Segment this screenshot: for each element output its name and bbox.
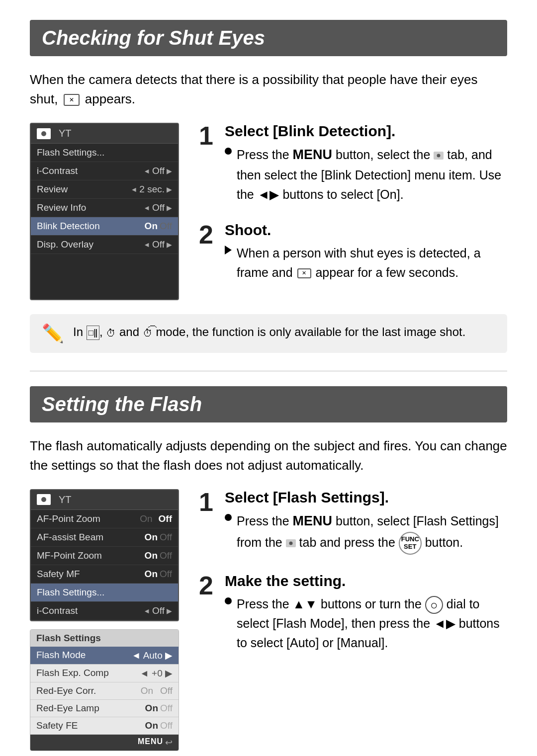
menu2-af-point: AF-Point Zoom On Off: [31, 510, 178, 528]
back-icon: ↩: [165, 737, 173, 748]
menu-row-icontrast: i-Contrast ◄ Off ▶: [31, 162, 178, 180]
section2-step2-heading: Make the setting.: [225, 573, 507, 589]
section1-header: Checking for Shut Eyes: [30, 20, 507, 56]
menu2-safety-mf: Safety MF On Off: [31, 565, 178, 584]
flash-submenu-header: Flash Settings: [30, 630, 179, 647]
step1-heading: Select [Blink Detection].: [225, 123, 507, 140]
camera-inline-icon: [434, 152, 444, 160]
section2-step1: 1 Select [Flash Settings]. Press the MEN…: [199, 489, 507, 559]
menu-label: MENU: [138, 737, 163, 748]
blink-inline-icon: ✕: [297, 268, 311, 278]
section2-step-layout: YT AF-Point Zoom On Off AF-assist Beam O…: [30, 489, 507, 751]
menu-row-review-info: Review Info ◄ Off ▶: [31, 199, 178, 217]
continuous-shoot-icon: □ǁ: [87, 326, 99, 340]
menu2-flash-settings: Flash Settings...: [31, 584, 178, 602]
flash-settings-subscreen: Flash Settings Flash Mode ◄ Auto ▶ Flash…: [30, 629, 179, 751]
section2-header: Setting the Flash: [30, 386, 507, 422]
section-divider: [30, 371, 507, 371]
menu2-mf-point: MF-Point Zoom On Off: [31, 547, 178, 565]
note-text: In □ǁ, ⏱ and ⏱͡ mode, the function is on…: [73, 323, 465, 341]
section1-step-layout: YT Flash Settings... i-Contrast ◄ Off ▶ …: [30, 123, 507, 300]
blink-detect-icon: ✕: [64, 94, 80, 106]
camera-inline2-icon: [286, 539, 296, 547]
section2-title: Setting the Flash: [42, 393, 495, 416]
menu2-af-assist: AF-assist Beam On Off: [31, 528, 178, 547]
section1-intro: When the camera detects that there is a …: [30, 70, 507, 109]
flash-row-safety-fe: Safety FE On Off: [30, 717, 179, 735]
func-set-button-icon: FUNCSET: [399, 532, 422, 555]
step1: 1 Select [Blink Detection]. Press the ME…: [199, 123, 507, 208]
bullet3-icon: [225, 597, 232, 604]
section2-camera-screen1: YT AF-Point Zoom On Off AF-assist Beam O…: [30, 489, 179, 621]
camera2-header: YT: [31, 490, 178, 510]
section2-step2: 2 Make the setting. Press the ▲▼ buttons…: [199, 573, 507, 657]
section1-camera-screen: YT Flash Settings... i-Contrast ◄ Off ▶ …: [30, 123, 179, 300]
step2-bullet1: When a person with shut eyes is detected…: [225, 244, 507, 282]
self-timer2-icon: ⏱͡: [143, 328, 153, 338]
section2-step1-heading: Select [Flash Settings].: [225, 489, 507, 506]
bullet-icon: [225, 148, 232, 155]
camera-header: YT: [31, 124, 178, 144]
flash-row-mode: Flash Mode ◄ Auto ▶: [30, 647, 179, 665]
menu-row-flash-settings: Flash Settings...: [31, 144, 178, 162]
note-pencil-icon: ✏️: [42, 323, 64, 344]
flash-row-red-eye-corr: Red-Eye Corr. On Off: [30, 682, 179, 700]
menu-row-blink-detection: Blink Detection On Off: [31, 217, 178, 236]
step2: 2 Shoot. When a person with shut eyes is…: [199, 222, 507, 286]
dial-icon: ○: [425, 596, 443, 614]
flash-row-red-eye-lamp: Red-Eye Lamp On Off: [30, 700, 179, 717]
step1-bullet1: Press the MENU button, select the tab, a…: [225, 145, 507, 204]
triangle-bullet-icon: [225, 246, 232, 254]
section2-camera-screens: YT AF-Point Zoom On Off AF-assist Beam O…: [30, 489, 179, 751]
camera2-tab-icon: [37, 494, 51, 505]
step2-heading: Shoot.: [225, 222, 507, 239]
section1-steps: 1 Select [Blink Detection]. Press the ME…: [199, 123, 507, 300]
section1-title: Checking for Shut Eyes: [42, 27, 495, 49]
bullet2-icon: [225, 514, 232, 521]
note-box: ✏️ In □ǁ, ⏱ and ⏱͡ mode, the function is…: [30, 314, 507, 353]
menu-bar: MENU ↩: [30, 735, 179, 751]
self-timer-icon: ⏱: [106, 328, 116, 338]
settings2-tab-icon: YT: [59, 494, 72, 505]
menu-row-review: Review ◄ 2 sec. ▶: [31, 180, 178, 199]
settings-tab-icon: YT: [59, 128, 72, 139]
menu-row-disp-overlay: Disp. Overlay ◄ Off ▶: [31, 236, 178, 254]
section2-steps: 1 Select [Flash Settings]. Press the MEN…: [199, 489, 507, 751]
section2-intro: The flash automatically adjusts dependin…: [30, 436, 507, 475]
section2-step1-bullet: Press the MENU button, select [Flash Set…: [225, 511, 507, 555]
camera-tab-icon: [37, 128, 51, 139]
section2-step2-bullet: Press the ▲▼ buttons or turn the ○ dial …: [225, 594, 507, 653]
menu2-icontrast: i-Contrast ◄ Off ▶: [31, 602, 178, 620]
flash-row-exp-comp: Flash Exp. Comp ◄ +0 ▶: [30, 665, 179, 682]
